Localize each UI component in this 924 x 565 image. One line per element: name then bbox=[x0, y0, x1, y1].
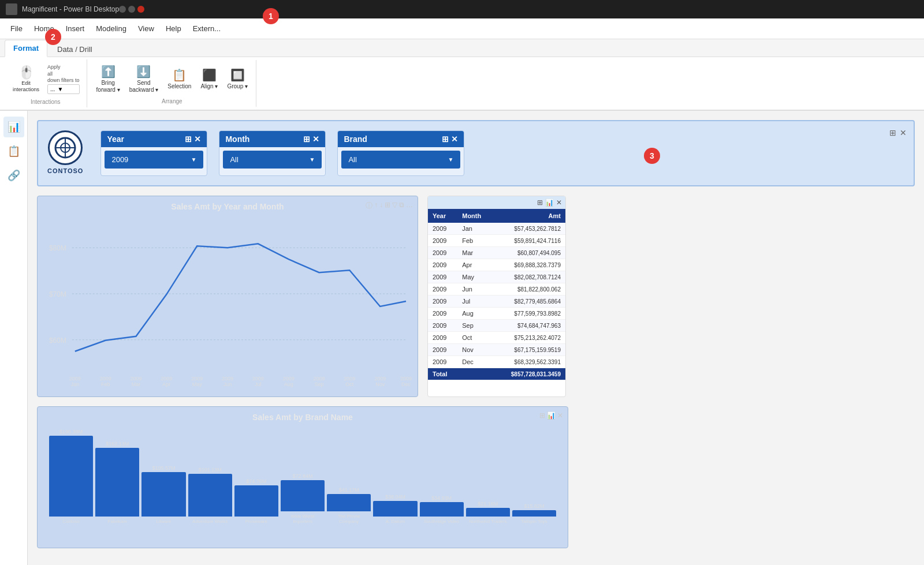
year-slicer-grid-icon[interactable]: ⊞ bbox=[185, 134, 192, 144]
edit-interactions-icon: 🖱️ bbox=[18, 65, 34, 80]
minimize-btn[interactable] bbox=[119, 6, 126, 13]
bar-element bbox=[141, 472, 185, 517]
bar-item[interactable]: $41.17MThe Phone Company bbox=[327, 487, 371, 525]
ribbon-group-arrange: ⬆️ Bringforward ▾ ⬇️ Sendbackward ▾ 📋 Se… bbox=[88, 60, 256, 107]
bar-item[interactable]: $15.62MTailspin Toys bbox=[512, 503, 556, 525]
bar-chart-grid-icon[interactable]: ⊞ bbox=[539, 411, 545, 420]
menu-view[interactable]: View bbox=[132, 21, 160, 36]
nav-data-icon[interactable]: 📋 bbox=[3, 141, 24, 162]
charts-row: Sales Amt by Year and Month ⓘ ↑ ↓ ⊞ ▽ ⧉ … bbox=[37, 196, 915, 397]
menu-home[interactable]: Home bbox=[28, 21, 60, 36]
slicer-panel-close-icon[interactable]: ✕ bbox=[900, 128, 907, 137]
month-slicer-dropdown[interactable]: All ▼ bbox=[223, 151, 322, 169]
line-chart-more-icon[interactable]: … bbox=[406, 201, 413, 211]
left-nav: 📊 📋 🔗 bbox=[0, 111, 28, 565]
line-chart-expand-icon[interactable]: ⊞ bbox=[385, 201, 390, 211]
svg-text:2009: 2009 bbox=[131, 376, 142, 381]
apply-dropdown-button[interactable]: Applyalldown filters to ... ▼ bbox=[45, 62, 82, 96]
table-cell: $82,779,485.6864 bbox=[493, 295, 565, 308]
bring-forward-button[interactable]: ⬆️ Bringforward ▾ bbox=[93, 62, 124, 96]
selection-button[interactable]: 📋 Selection bbox=[164, 66, 195, 92]
month-dropdown-arrow: ▼ bbox=[310, 156, 315, 163]
table-cell: 2009 bbox=[428, 271, 457, 283]
table-cell: $67,175,159.9519 bbox=[493, 344, 565, 356]
bar-item[interactable]: $34.93MSouthridge Video bbox=[420, 495, 464, 525]
bar-item[interactable]: $72.84MWide World Importers bbox=[281, 473, 325, 525]
brand-slicer-clear-icon[interactable]: ✕ bbox=[451, 134, 458, 144]
menu-extern[interactable]: Extern... bbox=[187, 21, 226, 36]
contoso-text: CONTOSO bbox=[47, 167, 83, 174]
line-chart-copy-icon[interactable]: ⧉ bbox=[399, 201, 404, 211]
apply-select[interactable]: ... ▼ bbox=[47, 84, 80, 94]
interactions-group-label: Interactions bbox=[31, 99, 61, 105]
table-cell: 2009 bbox=[428, 259, 457, 271]
menu-file[interactable]: File bbox=[5, 21, 28, 36]
svg-text:Apr: Apr bbox=[162, 381, 170, 387]
month-slicer-grid-icon[interactable]: ⊞ bbox=[303, 134, 310, 144]
table-cell: $69,888,328.7379 bbox=[493, 259, 565, 271]
table-cell: Nov bbox=[457, 344, 493, 356]
bar-item[interactable]: $190.38MContoso bbox=[49, 429, 93, 525]
table-grid-icon[interactable]: ⊞ bbox=[537, 199, 543, 207]
line-chart-filter-icon[interactable]: ▽ bbox=[392, 201, 397, 211]
year-slicer-dropdown[interactable]: 2009 ▼ bbox=[105, 151, 203, 169]
nav-model-icon[interactable]: 🔗 bbox=[3, 165, 24, 186]
bar-element bbox=[49, 436, 93, 517]
line-chart-info-icon[interactable]: ⓘ bbox=[366, 201, 372, 211]
menu-insert[interactable]: Insert bbox=[60, 21, 91, 36]
tab-format[interactable]: Format bbox=[5, 40, 47, 57]
tab-data-drill[interactable]: Data / Drill bbox=[49, 41, 101, 57]
bar-chart-close-icon[interactable]: ✕ bbox=[557, 411, 563, 420]
contoso-logo: CONTOSO bbox=[47, 130, 83, 174]
bar-item[interactable]: $105.57MLitware bbox=[141, 465, 185, 525]
brand-slicer-grid-icon[interactable]: ⊞ bbox=[442, 134, 449, 144]
svg-text:Nov: Nov bbox=[375, 381, 385, 387]
table-cell: Apr bbox=[457, 259, 493, 271]
month-slicer-clear-icon[interactable]: ✕ bbox=[312, 134, 319, 144]
send-backward-button[interactable]: ⬇️ Sendbackward ▾ bbox=[126, 62, 162, 96]
bar-chart-bar-icon[interactable]: 📊 bbox=[547, 411, 556, 420]
menu-modeling[interactable]: Modeling bbox=[90, 21, 132, 36]
edit-interactions-button[interactable]: 🖱️ Editinteractions bbox=[9, 63, 43, 95]
nav-report-icon[interactable]: 📊 bbox=[3, 117, 24, 137]
bar-item[interactable]: $162.13MFabrikam bbox=[95, 441, 139, 525]
line-chart-svg: $80M $70M $60M bbox=[43, 216, 412, 389]
svg-text:Feb: Feb bbox=[101, 381, 110, 387]
line-chart-up-icon[interactable]: ↑ bbox=[374, 201, 378, 211]
maximize-btn[interactable] bbox=[128, 6, 135, 13]
bar-item[interactable]: $21.16MNorthwind Traders bbox=[466, 501, 510, 525]
line-chart-container[interactable]: Sales Amt by Year and Month ⓘ ↑ ↓ ⊞ ▽ ⧉ … bbox=[37, 196, 418, 397]
table-header-amt: Amt bbox=[493, 209, 565, 223]
bar-item[interactable]: $38.04MA. Datum bbox=[373, 494, 417, 525]
table-close-icon[interactable]: ✕ bbox=[556, 199, 562, 207]
bar-value-label: $21.16M bbox=[478, 501, 498, 507]
svg-text:Dec: Dec bbox=[401, 381, 411, 387]
slicer-panel-grid-icon[interactable]: ⊞ bbox=[889, 128, 896, 137]
bar-value-label: $41.17M bbox=[339, 487, 359, 493]
bar-chart-container[interactable]: ⊞ 📊 ✕ Sales Amt by Brand Name $190.38MCo… bbox=[37, 406, 568, 548]
bar-label: Contoso bbox=[62, 519, 80, 525]
bar-label: Adventure Works bbox=[192, 519, 228, 525]
bar-item[interactable]: $74.76MProseware bbox=[234, 478, 278, 525]
year-slicer-clear-icon[interactable]: ✕ bbox=[194, 134, 201, 144]
table-cell: $60,807,494.095 bbox=[493, 247, 565, 259]
group-button[interactable]: 🔲 Group ▾ bbox=[223, 66, 251, 92]
brand-slicer-dropdown[interactable]: All ▼ bbox=[341, 151, 460, 169]
apply-select-value: ... bbox=[50, 86, 55, 92]
month-slicer-value: All bbox=[230, 155, 238, 164]
bar-element bbox=[95, 448, 139, 517]
align-button[interactable]: ⬛ Align ▾ bbox=[197, 66, 221, 92]
svg-text:2009: 2009 bbox=[374, 376, 386, 381]
close-btn[interactable] bbox=[137, 6, 144, 13]
line-chart-down-icon[interactable]: ↓ bbox=[379, 201, 383, 211]
table-chart-icon[interactable]: 📊 bbox=[545, 199, 554, 207]
table-cell: Dec bbox=[457, 356, 493, 368]
bar-value-label: $74.76M bbox=[246, 478, 266, 484]
table-cell: 2009 bbox=[428, 247, 457, 259]
bar-label: The Phone Company bbox=[329, 514, 369, 525]
bar-value-label: $72.84M bbox=[293, 473, 313, 479]
table-header-icons: ⊞ 📊 ✕ bbox=[428, 196, 565, 209]
menu-help[interactable]: Help bbox=[160, 21, 187, 36]
bar-item[interactable]: $101.13MAdventure Works bbox=[188, 467, 232, 525]
send-backward-label: Sendbackward ▾ bbox=[129, 80, 159, 93]
